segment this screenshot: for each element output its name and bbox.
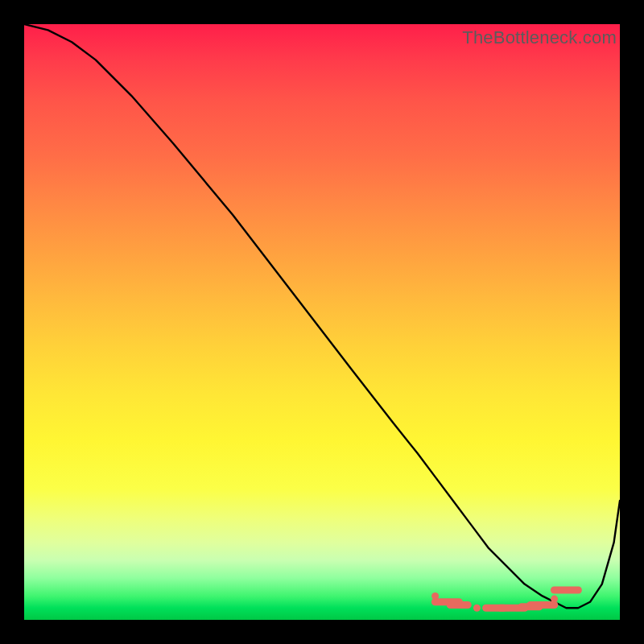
chart-frame: TheBottleneck.com [24, 24, 620, 620]
marker-dot [473, 605, 481, 612]
marker-dot [551, 596, 558, 603]
curve-markers [431, 590, 578, 612]
watermark-text: TheBottleneck.com [462, 27, 617, 48]
bottleneck-curve [24, 24, 620, 608]
chart-svg [24, 24, 620, 620]
